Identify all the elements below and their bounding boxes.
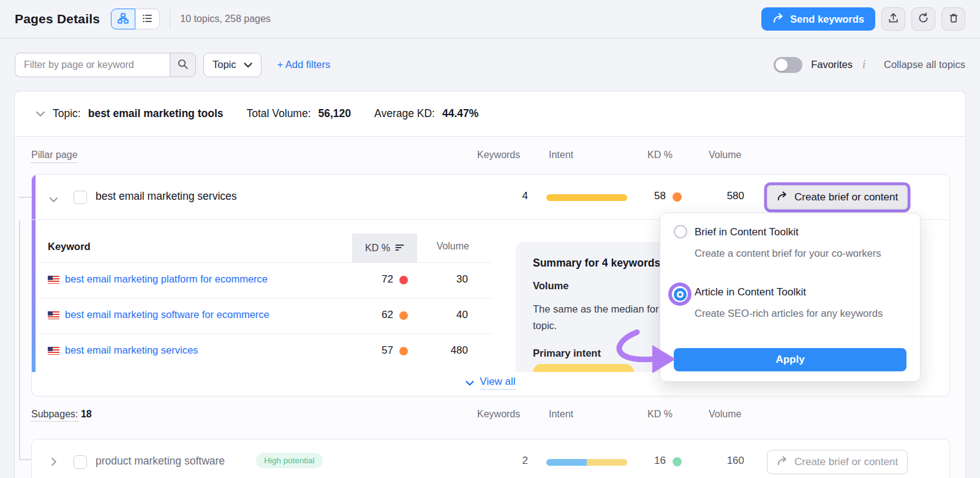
favorites-toggle[interactable] (774, 57, 802, 73)
volume-column: Volume (430, 241, 469, 252)
refresh-icon (918, 12, 929, 26)
search-input[interactable] (15, 53, 170, 77)
subpages-count: 18 (81, 409, 92, 419)
kd-value: 16 (605, 455, 666, 467)
top-bar: Pages Details (0, 0, 980, 39)
subpage-title[interactable]: product marketing software (96, 455, 225, 468)
toggle-knob (775, 59, 788, 71)
volume-column: Volume (709, 150, 741, 161)
keyword-link[interactable]: best email marketing services (65, 344, 198, 356)
search-button[interactable] (170, 53, 196, 77)
chevron-down-icon[interactable] (36, 107, 45, 120)
subpages-label[interactable]: Subpages: (31, 409, 78, 422)
delete-button[interactable] (941, 7, 965, 31)
summary-intent-label: Primary intent (533, 347, 601, 359)
keyword-row: best email marketing platform for ecomme… (39, 262, 492, 298)
keyword-link[interactable]: best email marketing platform for ecomme… (65, 273, 268, 285)
pillar-column-headers: Pillar page Keywords Intent KD % Volume (15, 137, 965, 172)
chevron-down-icon (244, 59, 252, 70)
sort-descending-icon (395, 243, 404, 254)
brief-option-label[interactable]: Brief in Content Toolkit (695, 226, 799, 238)
favorites-label: Favorites (811, 59, 853, 70)
volume-value: 30 (419, 273, 468, 286)
kd-dot (399, 347, 408, 355)
us-flag-icon (48, 311, 59, 319)
subpage-card: product marketing software High potentia… (31, 439, 950, 478)
info-icon[interactable]: i (861, 58, 867, 71)
kd-column: KD % (647, 409, 673, 420)
keywords-column: Keywords (477, 150, 520, 161)
tree-connector-stub (19, 459, 32, 460)
topics-pages-count: 10 topics, 258 pages (180, 13, 271, 25)
collapse-all-topics-link[interactable]: Collapse all topics (884, 59, 965, 70)
topic-header-row[interactable]: Topic: best email marketing tools Total … (15, 91, 965, 137)
article-option-description: Create SEO-rich articles for any keyword… (695, 305, 886, 321)
add-filters-link[interactable]: + Add filters (277, 59, 331, 70)
topic-name: best email marketing tools (88, 107, 224, 120)
brief-radio-button[interactable] (674, 225, 687, 238)
volume-value: 40 (419, 309, 468, 321)
tree-connector-stub (19, 197, 32, 198)
keywords-column: Keywords (477, 409, 520, 420)
article-radio-button[interactable] (672, 286, 688, 302)
trash-icon (948, 12, 959, 26)
keyword-row: best email marketing software for ecomme… (39, 298, 492, 333)
create-content-popup: Brief in Content Toolkit Create a conten… (660, 213, 921, 382)
send-keywords-button[interactable]: Send keywords (761, 7, 875, 31)
view-mode-segmented-control (111, 9, 160, 29)
send-arrow-icon (777, 191, 788, 204)
chevron-right-icon[interactable] (51, 457, 57, 469)
search-icon (177, 58, 189, 72)
kd-sort-header[interactable]: KD % (352, 233, 417, 262)
kd-dot (673, 192, 682, 202)
topic-label: Topic: (53, 107, 81, 120)
summary-volume-label: Volume (533, 280, 568, 292)
kd-dot (399, 311, 408, 320)
kd-value: 57 (344, 344, 393, 357)
chevron-down-icon (466, 377, 474, 389)
high-potential-badge: High potential (256, 453, 323, 468)
send-arrow-icon (772, 13, 784, 26)
topic-filter-dropdown[interactable]: Topic (203, 53, 262, 77)
chevron-down-icon[interactable] (49, 194, 58, 205)
volume-value: 580 (683, 190, 744, 202)
intent-column: Intent (549, 150, 573, 161)
keyword-column: Keyword (48, 241, 91, 252)
create-brief-or-content-button[interactable]: Create brief or content (767, 450, 908, 474)
keyword-link[interactable]: best email marketing software for ecomme… (65, 309, 270, 321)
average-kd-label: Average KD: (374, 107, 435, 120)
kd-dot (399, 276, 408, 284)
tree-view-button[interactable] (111, 9, 135, 29)
annotation-highlight-ring (668, 283, 692, 306)
filter-bar: Topic + Add filters Favorites i Collapse… (0, 39, 980, 91)
keyword-table: Keyword KD % Volume best email marketing… (39, 233, 492, 369)
kd-value: 62 (344, 309, 393, 321)
us-flag-icon (48, 347, 59, 355)
pillar-page-column[interactable]: Pillar page (31, 150, 78, 163)
keywords-count: 4 (454, 190, 528, 202)
create-brief-or-content-button[interactable]: Create brief or content (767, 185, 908, 210)
volume-column: Volume (709, 409, 741, 420)
send-arrow-icon (777, 456, 788, 469)
pillar-page-title[interactable]: best email marketing services (96, 190, 237, 203)
summary-title: Summary for 4 keywords (533, 257, 660, 270)
apply-button[interactable]: Apply (674, 348, 907, 371)
sitemap-icon (117, 12, 129, 26)
article-option-label[interactable]: Article in Content Toolkit (695, 286, 806, 298)
total-volume-value: 56,120 (318, 107, 352, 120)
view-all-link[interactable]: View all (466, 376, 515, 390)
list-icon (141, 12, 154, 26)
subpage-row: product marketing software High potentia… (32, 439, 949, 478)
kd-column: KD % (647, 150, 673, 161)
list-view-button[interactable] (135, 9, 160, 29)
row-checkbox[interactable] (74, 191, 87, 204)
intent-bar-segment (546, 459, 587, 466)
keyword-row: best email marketing services 57 480 (39, 333, 492, 369)
subpages-header: Subpages: 18 Keywords Intent KD % Volume (15, 401, 965, 432)
pages-details-screen: Pages Details (0, 0, 980, 478)
page-title: Pages Details (15, 12, 100, 26)
total-volume-label: Total Volume: (246, 107, 311, 120)
refresh-button[interactable] (911, 7, 935, 31)
row-checkbox[interactable] (74, 455, 87, 469)
export-button[interactable] (881, 7, 905, 31)
